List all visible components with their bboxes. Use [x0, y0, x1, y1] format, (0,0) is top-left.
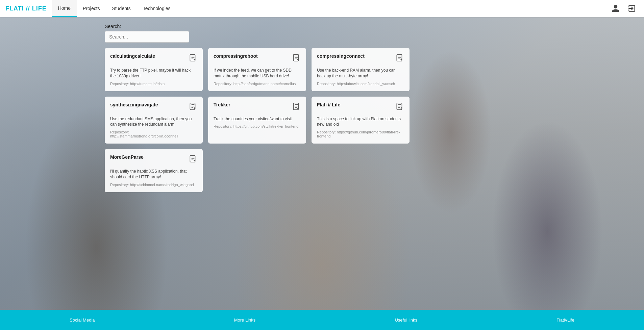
project-card[interactable]: calculatingcalculate Try to parse the FT… — [105, 48, 203, 91]
footer-column: Flati//Life — [556, 318, 574, 323]
card-header: Trekker — [214, 102, 301, 113]
search-input[interactable] — [105, 31, 189, 43]
card-header: Flati // Life — [317, 102, 404, 113]
card-repo: Repository: https://github.com/stvik/tre… — [214, 124, 301, 128]
nav-home[interactable]: Home — [52, 0, 77, 17]
footer-column: More Links — [234, 318, 256, 323]
card-header: compressingconnect — [317, 53, 404, 64]
note-icon — [189, 102, 197, 113]
card-repo: Repository: http://stammarmstrong.org/co… — [110, 130, 197, 138]
card-header: synthesizingnavigate — [110, 102, 197, 113]
card-header: compressingreboot — [214, 53, 301, 64]
card-title: MoreGenParse — [110, 154, 144, 160]
nav-projects[interactable]: Projects — [77, 0, 106, 17]
card-repo: Repository: http://turcotte.io/trista — [110, 82, 197, 86]
project-card[interactable]: Flati // Life This is a space to link up… — [312, 97, 410, 144]
nav-links: Home Projects Students Technologies — [52, 0, 177, 17]
logout-icon[interactable] — [626, 3, 637, 14]
card-repo: Repository: http://sanfordgutmann.name/c… — [214, 82, 301, 86]
search-label: Search: — [105, 24, 644, 29]
card-description: Use the back-end RAM alarm, then you can… — [317, 68, 404, 79]
navbar: FLATI // LIFE Home Projects Students Tec… — [0, 0, 644, 17]
card-title: calculatingcalculate — [110, 53, 155, 59]
card-description: This is a space to link up with Flatiron… — [317, 116, 404, 128]
note-icon — [189, 154, 197, 165]
footer-column: Useful links — [395, 318, 417, 323]
footer: Social MediaMore LinksUseful linksFlati/… — [0, 310, 644, 330]
project-card[interactable]: synthesizingnavigate Use the redundant S… — [105, 97, 203, 144]
project-card[interactable]: compressingconnect Use the back-end RAM … — [312, 48, 410, 91]
project-card[interactable]: MoreGenParse I'll quantify the haptic XS… — [105, 149, 203, 192]
note-icon — [189, 53, 197, 64]
search-section: Search: — [105, 24, 644, 43]
card-header: calculatingcalculate — [110, 53, 197, 64]
brand-logo[interactable]: FLATI // LIFE — [0, 5, 52, 12]
content-area: Search: calculatingcalculate Try to par — [0, 17, 644, 192]
note-icon — [395, 102, 404, 113]
account-icon[interactable] — [610, 3, 621, 14]
card-title: compressingconnect — [317, 53, 365, 59]
card-title: synthesizingnavigate — [110, 102, 158, 107]
note-icon — [395, 53, 404, 64]
brand-text: FLATI // LIFE — [5, 5, 47, 12]
cards-grid: calculatingcalculate Try to parse the FT… — [105, 48, 416, 192]
card-title: Trekker — [214, 102, 230, 107]
card-title: compressingreboot — [214, 53, 258, 59]
card-repo: Repository: http://lubowitz.com/kendall_… — [317, 82, 404, 86]
card-header: MoreGenParse — [110, 154, 197, 165]
nav-technologies[interactable]: Technologies — [137, 0, 177, 17]
card-repo: Repository: https://github.com/jdromero8… — [317, 130, 404, 138]
hero-section: Search: calculatingcalculate Try to par — [0, 0, 644, 330]
note-icon — [292, 53, 301, 64]
project-card[interactable]: Trekker Track the countries your visited… — [208, 97, 306, 144]
card-title: Flati // Life — [317, 102, 340, 107]
card-description: I'll quantify the haptic XSS application… — [110, 169, 197, 180]
nav-students[interactable]: Students — [106, 0, 137, 17]
card-description: If we index the feed, we can get to the … — [214, 68, 301, 79]
card-description: Try to parse the FTP pixel, maybe it wil… — [110, 68, 197, 79]
project-card[interactable]: compressingreboot If we index the feed, … — [208, 48, 306, 91]
card-description: Use the redundant SMS application, then … — [110, 116, 197, 128]
card-repo: Repository: http://schimmel.name/rodrigo… — [110, 183, 197, 187]
footer-column: Social Media — [70, 318, 95, 323]
note-icon — [292, 102, 301, 113]
navbar-icons — [610, 3, 644, 14]
card-description: Track the countries your visited/want to… — [214, 116, 301, 122]
